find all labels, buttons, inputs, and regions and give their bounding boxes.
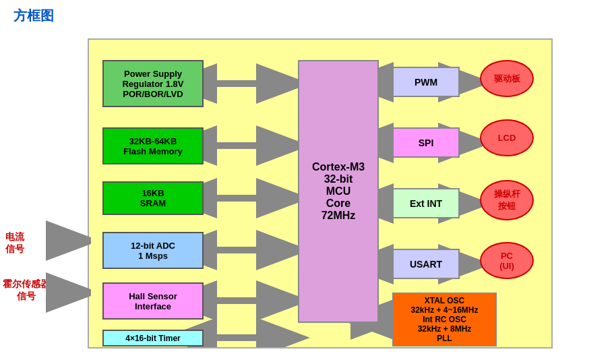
hall-signal-label: 霍尔传感器 信号 [3,278,50,302]
diagram-area: Cortex-M3 32-bit MCU Core 72MHz Power Su… [0,32,612,362]
hall-sensor-block: Hall Sensor Interface [102,282,204,320]
page-title: 方框图 [0,0,612,28]
joystick-oval: 操纵杆 按钮 [480,180,534,220]
sram-block: 16KB SRAM [102,181,204,215]
current-signal-label: 电流 信号 [5,231,24,255]
cortex-m3-block: Cortex-M3 32-bit MCU Core 72MHz [298,60,379,323]
adc-block: 12-bit ADC 1 Msps [102,232,204,269]
xtal-osc-block: XTAL OSC 32kHz + 4~16MHz Int RC OSC 32kH… [392,293,497,346]
power-supply-block: Power Supply Regulator 1.8V POR/BOR/LVD [102,60,204,107]
spi-block: SPI [392,127,460,158]
usart-block: USART [392,249,460,279]
pwm-block: PWM [392,67,460,97]
flash-memory-block: 32KB-64KB Flash Memory [102,127,204,164]
main-box: Cortex-M3 32-bit MCU Core 72MHz Power Su… [88,38,553,348]
drive-board-oval: 驱动板 [480,60,534,97]
pc-ui-oval: PC (UI) [480,242,534,279]
timer-block: 4×16-bit Timer [102,330,204,346]
lcd-oval: LCD [480,119,534,156]
ext-int-block: Ext INT [392,188,460,218]
